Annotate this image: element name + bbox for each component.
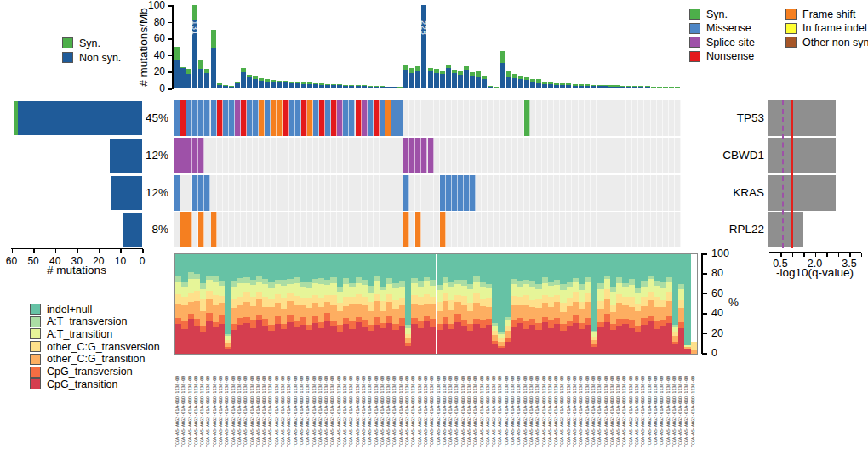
legend-item-a-t-transversion: A:T_transversion (30, 316, 127, 327)
titv-bar (448, 254, 454, 354)
tmb-bar-nonsyn (409, 73, 414, 88)
qvalue-red-threshold-line (791, 100, 793, 248)
axis-tick (780, 253, 782, 257)
axis-tick (120, 249, 122, 253)
titv-segment-indel-null (480, 254, 486, 282)
titv-segment-other-c-g-transversion (542, 295, 548, 303)
oncoprint-cell (428, 138, 434, 173)
titv-segment-other-c-g-transition (505, 331, 511, 338)
titv-segment-indel-null (604, 254, 610, 276)
titv-segment-cpg-transversion (560, 324, 566, 331)
titv-segment-a-t-transversion (356, 277, 362, 283)
titv-segment-cpg-transversion (641, 318, 647, 325)
titv-bar (430, 254, 436, 354)
titv-segment-other-c-g-transition (610, 312, 616, 324)
legend-item-syn-: Syn. (689, 9, 728, 20)
titv-segment-other-c-g-transversion (610, 305, 616, 312)
titv-segment-other-c-g-transversion (380, 301, 386, 311)
legend-item-indel-null: indel+null (30, 304, 92, 315)
titv-segment-indel-null (660, 254, 665, 282)
legend-swatch (30, 304, 41, 315)
tmb-bar-nonsyn (241, 72, 246, 88)
titv-segment-indel-null (399, 254, 405, 281)
legend-swatch (785, 23, 797, 34)
tmb-bar-syn (319, 83, 324, 85)
titv-segment-cpg-transition (684, 349, 690, 354)
oncoprint-row-cbwd1 (174, 138, 681, 173)
titv-segment-indel-null (554, 254, 560, 280)
tmb-bar-nonsyn (602, 86, 608, 88)
legend-label: indel+null (47, 304, 92, 315)
titv-segment-indel-null (461, 254, 467, 280)
titv-segment-indel-null (448, 254, 454, 282)
titv-bar (411, 254, 417, 354)
titv-segment-other-c-g-transition (219, 303, 225, 315)
tmb-bar-nonsyn (626, 87, 631, 88)
sample-label: TCGA-A5-A0G2-01A-01D-1138-08 (534, 356, 540, 447)
tmb-bar-nonsyn (597, 86, 602, 88)
titv-segment-other-c-g-transversion (467, 303, 473, 310)
titv-bar (691, 254, 697, 354)
titv-segment-other-c-g-transversion (343, 297, 349, 306)
titv-segment-cpg-transversion (635, 326, 641, 332)
titv-segment-a-t-transversion (386, 278, 392, 284)
titv-segment-cpg-transition (306, 330, 311, 354)
titv-segment-cpg-transition (275, 324, 281, 354)
oncoprint-cell (271, 100, 277, 136)
titv-segment-cpg-transition (300, 325, 306, 354)
titv-segment-a-t-transition (231, 287, 237, 299)
titv-segment-other-c-g-transition (560, 312, 566, 324)
oncoprint-cell (403, 138, 409, 173)
titv-segment-indel-null (349, 254, 355, 283)
titv-segment-a-t-transition (616, 283, 622, 294)
titv-segment-cpg-transition (356, 322, 362, 354)
oncoprint-cell (211, 100, 217, 136)
oncoprint-cell (247, 100, 253, 136)
mutation-count-x-axis-title: # mutations (17, 264, 136, 276)
axis-tick-label: 20 (711, 327, 737, 339)
titv-segment-other-c-g-transition (666, 301, 672, 316)
titv-segment-other-c-g-transversion (294, 296, 300, 305)
tmb-bar-nonsyn (500, 63, 505, 88)
tmb-bar-syn (645, 86, 650, 87)
titv-segment-cpg-transition (498, 348, 504, 354)
tmb-bar-syn (579, 84, 584, 86)
titv-segment-other-c-g-transition (356, 304, 362, 317)
titv-segment-other-c-g-transition (567, 306, 573, 321)
tmb-bar-nonsyn (180, 68, 186, 88)
titv-segment-indel-null (622, 254, 628, 283)
axis-tick (168, 55, 172, 57)
titv-bar (622, 254, 628, 354)
titv-segment-cpg-transition (411, 324, 417, 354)
titv-bar (312, 254, 318, 354)
qvalue-bar (768, 175, 836, 211)
titv-segment-a-t-transition (585, 282, 591, 293)
tmb-bar-nonsyn (385, 87, 391, 88)
titv-segment-cpg-transition (268, 331, 274, 354)
titv-segment-cpg-transversion (629, 320, 635, 327)
sample-label: TCGA-A5-A0G2-01A-01D-1138-08 (311, 356, 317, 447)
titv-bar (231, 254, 237, 354)
legend-item-cpg-transition: CpG_transition (30, 378, 117, 389)
titv-segment-other-c-g-transition (368, 311, 374, 325)
titv-segment-other-c-g-transversion (362, 297, 368, 304)
titv-bar (219, 254, 225, 354)
qvalue-bar (768, 212, 803, 247)
oncoprint-cell (319, 100, 325, 136)
titv-bar (616, 254, 622, 354)
titv-segment-cpg-transversion (511, 320, 517, 327)
oncoprint-cell (409, 138, 415, 173)
titv-segment-a-t-transversion (529, 281, 535, 287)
titv-segment-cpg-transversion (349, 321, 355, 328)
titv-segment-indel-null (654, 254, 660, 281)
titv-segment-indel-null (281, 254, 287, 280)
sample-label: TCGA-A5-A0G2-01A-01D-1138-08 (671, 356, 677, 447)
titv-segment-a-t-transversion (306, 282, 311, 288)
tmb-bar-syn (657, 87, 662, 88)
titv-segment-a-t-transversion (243, 277, 249, 283)
titv-bar (486, 254, 492, 354)
titv-segment-a-t-transition (200, 289, 206, 299)
legend-item-other-non-syn-: Other non syn. (785, 37, 868, 48)
tmb-bar-syn (253, 76, 258, 79)
titv-segment-cpg-transition (542, 322, 548, 354)
